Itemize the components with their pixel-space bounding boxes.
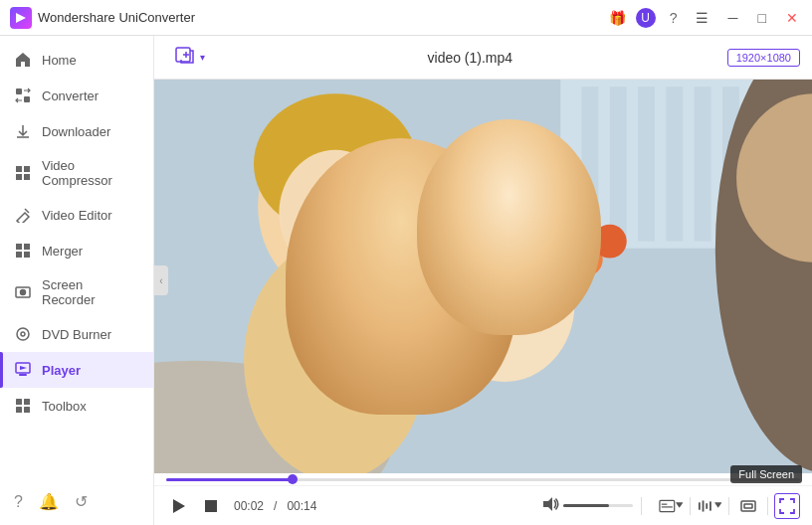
minimize-button[interactable]: ─ [724, 8, 742, 28]
sidebar-item-converter[interactable]: Converter [0, 78, 153, 113]
dropdown-arrow: ▾ [200, 52, 205, 63]
sidebar-item-video-editor[interactable]: Video Editor [0, 197, 153, 233]
time-total: 00:14 [287, 499, 316, 513]
svg-rect-59 [703, 500, 705, 511]
svg-point-14 [21, 332, 25, 336]
stop-button[interactable] [198, 493, 224, 519]
svg-rect-7 [16, 244, 22, 250]
svg-rect-52 [205, 500, 217, 512]
fullscreen-button[interactable] [774, 493, 800, 519]
sidebar: Home Converter Downloader [0, 36, 154, 525]
svg-point-48 [593, 225, 627, 259]
refresh-icon[interactable]: ↺ [75, 492, 88, 511]
svg-rect-1 [16, 88, 22, 94]
svg-rect-9 [16, 252, 22, 258]
volume-section [543, 497, 633, 514]
svg-rect-2 [24, 96, 30, 102]
svg-point-47 [569, 243, 603, 276]
converter-icon [14, 87, 32, 104]
svg-point-12 [21, 290, 26, 295]
svg-rect-18 [16, 399, 22, 405]
svg-marker-57 [676, 502, 683, 508]
volume-fill [563, 504, 609, 507]
volume-icon[interactable] [543, 497, 559, 514]
close-button[interactable]: ✕ [782, 8, 802, 28]
window-controls: ☰ ─ □ ✕ [692, 8, 802, 28]
svg-rect-61 [710, 501, 711, 510]
svg-rect-20 [16, 407, 22, 413]
svg-point-42 [451, 203, 557, 321]
progress-bar-container[interactable] [166, 473, 800, 485]
volume-slider[interactable] [563, 504, 633, 507]
help-icon[interactable]: ? [664, 8, 684, 28]
home-icon [14, 51, 32, 69]
svg-rect-21 [24, 407, 30, 413]
help-bottom-icon[interactable]: ? [14, 493, 23, 511]
toolbox-icon [14, 397, 32, 415]
sidebar-item-player[interactable]: Player [0, 352, 153, 388]
player-toolbar: ▾ video (1).mp4 1920×1080 [154, 36, 812, 80]
sidebar-item-video-compressor[interactable]: Video Compressor [0, 149, 153, 197]
svg-point-38 [312, 212, 326, 229]
svg-rect-54 [660, 500, 675, 511]
sidebar-label-video-compressor: Video Compressor [42, 158, 139, 188]
caption-button[interactable] [658, 493, 684, 519]
progress-track[interactable] [166, 478, 800, 481]
video-container[interactable] [154, 80, 812, 473]
sidebar-item-merger[interactable]: Merger [0, 233, 153, 268]
svg-point-37 [279, 150, 391, 276]
right-controls [658, 493, 800, 519]
aspect-ratio-button[interactable] [735, 493, 761, 519]
svg-rect-8 [24, 244, 30, 250]
sidebar-item-downloader[interactable]: Downloader [0, 113, 153, 149]
sidebar-bottom: ? 🔔 ↺ [0, 484, 153, 519]
downloader-icon [14, 122, 32, 140]
hamburger-icon[interactable]: ☰ [692, 8, 712, 28]
maximize-button[interactable]: □ [754, 8, 770, 28]
sidebar-item-screen-recorder[interactable]: Screen Recorder [0, 268, 153, 316]
resolution-badge: 1920×1080 [727, 49, 800, 67]
sidebar-item-toolbox[interactable]: Toolbox [0, 388, 153, 424]
svg-rect-64 [744, 504, 752, 508]
sidebar-collapse-handle[interactable]: ‹ [154, 265, 168, 295]
play-button[interactable] [166, 493, 192, 519]
progress-fill [166, 478, 293, 481]
svg-marker-0 [16, 13, 26, 23]
add-file-button[interactable]: ▾ [166, 40, 213, 75]
sidebar-label-toolbox: Toolbox [42, 399, 87, 414]
svg-point-41 [434, 228, 574, 383]
svg-point-44 [514, 253, 528, 266]
merger-icon [14, 242, 32, 260]
svg-point-36 [254, 93, 417, 234]
sidebar-label-converter: Converter [42, 88, 99, 103]
svg-point-13 [17, 328, 29, 340]
user-icon[interactable]: U [636, 8, 656, 28]
main-layout: Home Converter Downloader [0, 36, 812, 525]
time-separator: / [274, 499, 277, 513]
app-title: Wondershare UniConverter [38, 10, 195, 25]
gift-icon[interactable]: 🎁 [608, 8, 628, 28]
sidebar-label-home: Home [42, 53, 77, 68]
sidebar-item-home[interactable]: Home [0, 42, 153, 78]
svg-marker-62 [714, 502, 721, 508]
svg-point-45 [493, 279, 515, 296]
svg-rect-63 [741, 501, 755, 511]
svg-rect-5 [16, 174, 22, 180]
svg-marker-53 [543, 497, 552, 511]
bell-icon[interactable]: 🔔 [39, 492, 59, 511]
audio-track-button[interactable] [697, 493, 722, 519]
sidebar-item-dvd-burner[interactable]: DVD Burner [0, 316, 153, 352]
title-bar: Wondershare UniConverter 🎁 U ? ☰ ─ □ ✕ [0, 0, 812, 36]
svg-rect-60 [706, 503, 708, 509]
app-logo: Wondershare UniConverter [10, 7, 195, 29]
add-file-icon [174, 44, 196, 71]
sidebar-label-player: Player [42, 363, 81, 378]
svg-rect-6 [24, 174, 30, 180]
progress-thumb[interactable] [288, 474, 298, 484]
video-compressor-icon [14, 164, 32, 182]
title-bar-actions: 🎁 U ? [608, 8, 684, 28]
sidebar-label-merger: Merger [42, 244, 83, 259]
file-name: video (1).mp4 [221, 50, 719, 66]
fullscreen-tooltip: Full Screen [730, 465, 802, 483]
video-editor-icon [14, 206, 32, 224]
